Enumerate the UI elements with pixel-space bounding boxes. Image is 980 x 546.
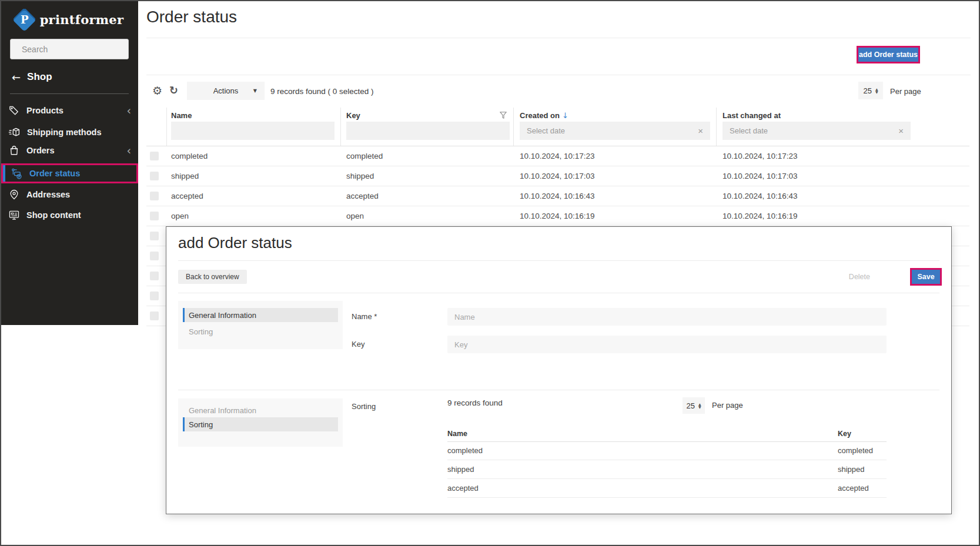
row-checkbox[interactable] xyxy=(150,152,159,160)
created-on-date-filter[interactable]: Select date × xyxy=(520,122,710,140)
cell-key: completed xyxy=(346,152,383,160)
column-header-name[interactable]: Name xyxy=(171,111,192,120)
back-to-overview-button[interactable]: Back to overview xyxy=(178,270,247,284)
delete-button[interactable]: Delete xyxy=(841,270,878,284)
sidebar-item-shipping-methods[interactable]: Shipping methods xyxy=(1,122,138,142)
modal-records-found-text: 9 records found xyxy=(447,398,503,407)
column-separator xyxy=(716,108,717,146)
add-order-status-modal: add Order status Back to overview Delete… xyxy=(166,226,952,514)
modal-table-row[interactable]: accepted accepted xyxy=(447,479,887,498)
cell-key: open xyxy=(346,212,364,220)
add-order-status-button[interactable]: add Order status xyxy=(858,48,918,62)
cell-changed: 10.10.2024, 10:17:23 xyxy=(723,152,798,160)
name-filter-input[interactable] xyxy=(171,122,335,140)
caret-down-icon: ▼ xyxy=(253,88,257,93)
row-checkbox[interactable] xyxy=(150,311,159,320)
clear-icon[interactable]: × xyxy=(698,126,703,136)
row-checkbox[interactable] xyxy=(150,192,159,200)
header-divider xyxy=(146,38,971,38)
sidebar-search xyxy=(10,39,129,59)
actions-dropdown[interactable]: Actions ▼ xyxy=(187,82,265,100)
shop-content-icon xyxy=(8,209,20,221)
search-input[interactable] xyxy=(22,45,128,54)
name-field-input[interactable] xyxy=(447,308,887,326)
tab-label: General Information xyxy=(189,406,256,415)
sidebar-divider xyxy=(10,93,129,94)
cell-key: completed xyxy=(838,446,873,455)
tab-sorting[interactable]: Sorting xyxy=(183,417,338,431)
row-checkbox[interactable] xyxy=(150,172,159,180)
modal-title: add Order status xyxy=(178,234,292,252)
cell-name: accepted xyxy=(447,484,479,493)
sidebar-item-shop-content[interactable]: Shop content xyxy=(1,205,138,225)
sidebar-item-order-status[interactable]: Order status xyxy=(1,163,138,183)
sidebar-item-addresses[interactable]: Addresses xyxy=(1,185,138,205)
row-checkbox[interactable] xyxy=(150,252,159,260)
tab-general-information[interactable]: General Information xyxy=(183,308,338,322)
cell-name: shipped xyxy=(447,465,474,474)
per-page-select[interactable]: 25 ▲ ▼ xyxy=(858,82,883,99)
modal-column-header-key: Key xyxy=(838,430,851,438)
column-header-created-on[interactable]: Created on↓ xyxy=(520,111,568,120)
back-to-shop[interactable]: ← Shop xyxy=(12,69,52,85)
row-checkbox[interactable] xyxy=(150,232,159,240)
cell-changed: 10.10.2024, 10:17:03 xyxy=(723,172,798,180)
chevron-left-icon[interactable]: ‹ xyxy=(126,144,131,157)
column-header-key[interactable]: Key xyxy=(346,111,360,120)
table-row[interactable]: accepted accepted 10.10.2024, 10:16:43 1… xyxy=(146,186,969,206)
date-placeholder: Select date xyxy=(730,126,768,135)
sidebar-item-label: Shop content xyxy=(26,210,81,220)
tab-label: Sorting xyxy=(189,327,213,336)
row-checkbox[interactable] xyxy=(150,212,159,220)
cell-name: shipped xyxy=(171,172,199,180)
sidebar-item-products[interactable]: Products ‹ xyxy=(1,101,138,120)
column-separator xyxy=(340,108,341,146)
row-checkbox[interactable] xyxy=(150,272,159,280)
sidebar-item-label: Shipping methods xyxy=(27,128,101,137)
row-checkbox[interactable] xyxy=(150,292,159,300)
add-order-status-highlight: add Order status xyxy=(857,46,920,63)
column-header-last-changed[interactable]: Last changed at xyxy=(723,111,781,120)
shipping-box-icon xyxy=(8,126,21,139)
refresh-icon[interactable]: ↻ xyxy=(169,84,178,96)
modal-per-page-select[interactable]: 25 ▲ ▼ xyxy=(683,397,705,414)
table-row[interactable]: open open 10.10.2024, 10:16:19 10.10.202… xyxy=(146,206,969,226)
tab-general-information[interactable]: General Information xyxy=(183,403,338,417)
modal-table-row[interactable]: completed completed xyxy=(447,441,887,460)
active-tab-bar xyxy=(183,417,185,431)
shopping-bag-icon xyxy=(8,145,20,156)
sidebar: P printformer ← Shop Products ‹ xyxy=(1,1,138,325)
name-field-label: Name * xyxy=(352,312,377,321)
sorting-tab-panel: General Information Sorting xyxy=(178,398,343,447)
clear-icon[interactable]: × xyxy=(898,126,904,136)
stepper-down-icon: ▼ xyxy=(698,406,701,408)
cell-name: completed xyxy=(447,446,483,455)
date-placeholder: Select date xyxy=(527,126,565,135)
filter-funnel-icon[interactable] xyxy=(499,110,508,120)
gear-icon[interactable]: ⚙ xyxy=(152,84,162,97)
order-status-icon xyxy=(11,168,23,180)
active-indicator-bar xyxy=(3,165,5,182)
logo-letter: P xyxy=(20,13,28,25)
stepper-icon: ▲ ▼ xyxy=(698,403,701,408)
sidebar-item-label: Order status xyxy=(29,169,80,178)
cell-name: open xyxy=(171,212,189,220)
modal-divider xyxy=(178,260,939,261)
column-separator xyxy=(166,108,167,146)
sidebar-item-label: Products xyxy=(26,106,63,115)
sort-desc-icon: ↓ xyxy=(562,111,568,120)
table-row[interactable]: shipped shipped 10.10.2024, 10:17:03 10.… xyxy=(146,166,969,186)
cell-key: shipped xyxy=(838,465,865,474)
key-filter-input[interactable] xyxy=(346,122,510,140)
cell-changed: 10.10.2024, 10:16:43 xyxy=(723,192,798,200)
modal-divider xyxy=(178,293,939,293)
sidebar-item-orders[interactable]: Orders ‹ xyxy=(1,140,138,160)
toolbar-divider xyxy=(146,75,971,75)
key-field-input[interactable] xyxy=(447,336,887,353)
save-button[interactable]: Save xyxy=(912,270,940,284)
last-changed-date-filter[interactable]: Select date × xyxy=(723,122,911,140)
chevron-left-icon[interactable]: ‹ xyxy=(126,104,131,117)
table-row[interactable]: completed completed 10.10.2024, 10:17:23… xyxy=(146,146,969,166)
modal-table-row[interactable]: shipped shipped xyxy=(447,460,887,479)
tab-sorting[interactable]: Sorting xyxy=(183,324,338,339)
